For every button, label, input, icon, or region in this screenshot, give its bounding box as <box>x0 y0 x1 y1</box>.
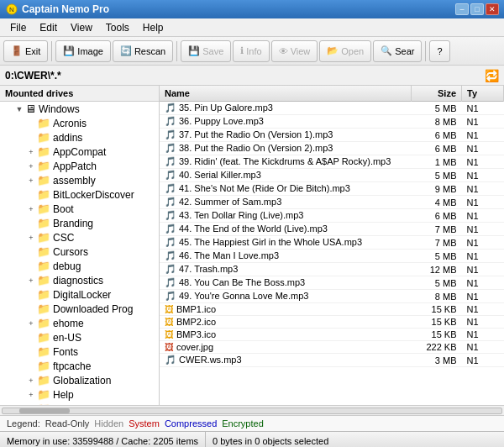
tree-node-enus[interactable]: 📁 en-US <box>0 330 159 344</box>
tree-node-csc[interactable]: + 📁 CSC <box>0 230 159 245</box>
view-button[interactable]: 👁 View <box>271 40 318 62</box>
tree-node-branding[interactable]: 📁 Branding <box>0 216 159 230</box>
save-button[interactable]: 💾 Save <box>181 40 231 62</box>
tree-label-boot: Boot <box>53 203 74 215</box>
col-name[interactable]: Name <box>160 86 412 102</box>
tree-node-apppatch[interactable]: + 📁 AppPatch <box>0 159 159 173</box>
table-row[interactable]: 🖼cover.jpg 222 KB N1 <box>160 341 504 354</box>
table-row[interactable]: 🎵46. The Man I Love.mp3 5 MB N1 <box>160 250 504 263</box>
tree-node-bitlocker[interactable]: 📁 BitLockerDiscover <box>0 187 159 202</box>
toggle-appcompat[interactable]: + <box>25 146 37 158</box>
table-row[interactable]: 🎵42. Summer of Sam.mp3 4 MB N1 <box>160 196 504 209</box>
toggle-branding[interactable] <box>25 218 37 229</box>
file-name: 🎵39. Ridin' (feat. The Kickdrums & A$AP … <box>160 155 412 169</box>
tree-node-help[interactable]: + 📁 Help <box>0 387 159 402</box>
menu-tools[interactable]: Tools <box>99 20 136 35</box>
tree-node-ime[interactable]: + 📁 IME <box>0 402 159 405</box>
tree-node-acronis[interactable]: 📁 Acronis <box>0 116 159 130</box>
table-row[interactable]: 🎵41. She's Not Me (Ride Or Die Bitch).mp… <box>160 182 504 196</box>
file-name: 🎵40. Serial Killer.mp3 <box>160 169 412 182</box>
file-type: N1 <box>462 276 504 290</box>
horizontal-scrollbar[interactable] <box>0 406 504 416</box>
file-type-icon: 🎵 <box>165 277 176 287</box>
search-button[interactable]: 🔍 Sear <box>373 40 422 62</box>
toggle-csc[interactable]: + <box>25 232 37 244</box>
toggle-windows[interactable]: ▼ <box>13 103 25 115</box>
menu-view[interactable]: View <box>64 20 99 35</box>
minimize-button[interactable]: – <box>455 3 469 15</box>
toggle-digitallocker[interactable] <box>25 289 37 301</box>
table-row[interactable]: 🎵39. Ridin' (feat. The Kickdrums & A$AP … <box>160 155 504 169</box>
rescan-button[interactable]: 🔄 Rescan <box>113 40 173 62</box>
table-row[interactable]: 🎵44. The End of the World (Live).mp3 7 M… <box>160 223 504 236</box>
tree-node-diagnostics[interactable]: + 📁 diagnostics <box>0 273 159 287</box>
tree-node-digitallocker[interactable]: 📁 DigitalLocker <box>0 287 159 302</box>
tree-node-globalization[interactable]: + 📁 Globalization <box>0 373 159 387</box>
table-row[interactable]: 🖼BMP2.ico 15 KB N1 <box>160 316 504 329</box>
toggle-bitlocker[interactable] <box>25 189 37 201</box>
menu-help[interactable]: Help <box>136 20 171 35</box>
table-row[interactable]: 🎵45. The Happiest Girl in the Whole USA.… <box>160 236 504 250</box>
help-button[interactable]: ? <box>429 40 449 62</box>
toggle-downloaded[interactable] <box>25 303 37 315</box>
table-row[interactable]: 🎵48. You Can Be The Boss.mp3 5 MB N1 <box>160 276 504 290</box>
toggle-assembly[interactable]: + <box>25 175 37 187</box>
tree-node-ehome[interactable]: + 📁 ehome <box>0 316 159 330</box>
open-button[interactable]: 📂 Open <box>319 40 371 62</box>
table-row[interactable]: 🎵47. Trash.mp3 12 MB N1 <box>160 263 504 276</box>
toggle-fonts[interactable] <box>25 346 37 358</box>
table-row[interactable]: 🎵43. Ten Dollar Ring (Live).mp3 6 MB N1 <box>160 209 504 223</box>
scrollbar-track[interactable] <box>2 408 502 414</box>
toggle-debug[interactable] <box>25 260 37 272</box>
tree-node-assembly[interactable]: + 📁 assembly <box>0 173 159 187</box>
file-type-icon: 🖼 <box>165 342 174 352</box>
scrollbar-thumb[interactable] <box>19 408 70 413</box>
toggle-ehome[interactable]: + <box>25 318 37 329</box>
table-row[interactable]: 🎵40. Serial Killer.mp3 5 MB N1 <box>160 169 504 182</box>
maximize-button[interactable]: □ <box>470 3 484 15</box>
exit-button[interactable]: 🚪 Exit <box>3 40 48 62</box>
toggle-acronis[interactable] <box>25 118 37 129</box>
table-row[interactable]: 🎵37. Put the Radio On (Version 1).mp3 6 … <box>160 129 504 142</box>
toggle-help[interactable]: + <box>25 389 37 401</box>
file-name: 🎵37. Put the Radio On (Version 1).mp3 <box>160 129 412 142</box>
tree-node-boot[interactable]: + 📁 Boot <box>0 202 159 216</box>
file-table[interactable]: Name Size Ty 🎵35. Pin Up Galore.mp3 5 MB… <box>160 86 504 405</box>
close-button[interactable]: ✕ <box>486 3 499 15</box>
toggle-apppatch[interactable]: + <box>25 160 37 172</box>
tree-node-windows[interactable]: ▼ 🖥 Windows <box>0 102 159 116</box>
refresh-icon[interactable]: 🔁 <box>485 69 499 82</box>
info-button[interactable]: ℹ Info <box>233 40 269 62</box>
table-row[interactable]: 🎵49. You're Gonna Love Me.mp3 8 MB N1 <box>160 290 504 303</box>
toggle-diagnostics[interactable]: + <box>25 275 37 287</box>
tree-node-fonts[interactable]: 📁 Fonts <box>0 344 159 359</box>
tree-node-ftpcache[interactable]: 📁 ftpcache <box>0 359 159 373</box>
table-row[interactable]: 🎵35. Pin Up Galore.mp3 5 MB N1 <box>160 102 504 115</box>
toggle-cursors[interactable] <box>25 246 37 258</box>
col-type[interactable]: Ty <box>462 86 504 102</box>
toggle-ime[interactable]: + <box>25 403 37 406</box>
view-icon: 👁 <box>279 46 288 56</box>
image-button[interactable]: 💾 Image <box>55 40 111 62</box>
tree-label-fonts: Fonts <box>53 346 78 358</box>
table-row[interactable]: 🎵38. Put the Radio On (Version 2).mp3 6 … <box>160 142 504 155</box>
toggle-addins[interactable] <box>25 132 37 144</box>
toggle-enus[interactable] <box>25 332 37 344</box>
table-row[interactable]: 🎵36. Puppy Love.mp3 8 MB N1 <box>160 115 504 129</box>
menu-file[interactable]: File <box>3 20 33 35</box>
toggle-globalization[interactable]: + <box>25 375 37 387</box>
diagnostics-folder-icon: 📁 <box>37 274 50 287</box>
table-row[interactable]: 🎵CWER.ws.mp3 3 MB N1 <box>160 354 504 367</box>
table-row[interactable]: 🖼BMP1.ico 15 KB N1 <box>160 303 504 316</box>
col-size[interactable]: Size <box>412 86 462 102</box>
toggle-boot[interactable]: + <box>25 203 37 215</box>
table-row[interactable]: 🖼BMP3.ico 15 KB N1 <box>160 329 504 341</box>
menu-edit[interactable]: Edit <box>33 20 64 35</box>
tree-node-addins[interactable]: 📁 addins <box>0 130 159 145</box>
tree-node-debug[interactable]: 📁 debug <box>0 259 159 273</box>
tree-node-appcompat[interactable]: + 📁 AppCompat <box>0 145 159 159</box>
toggle-ftpcache[interactable] <box>25 360 37 372</box>
tree-node-cursors[interactable]: 📁 Cursors <box>0 245 159 259</box>
tree-node-downloaded[interactable]: 📁 Downloaded Prog <box>0 302 159 316</box>
window-controls[interactable]: – □ ✕ <box>455 3 499 15</box>
